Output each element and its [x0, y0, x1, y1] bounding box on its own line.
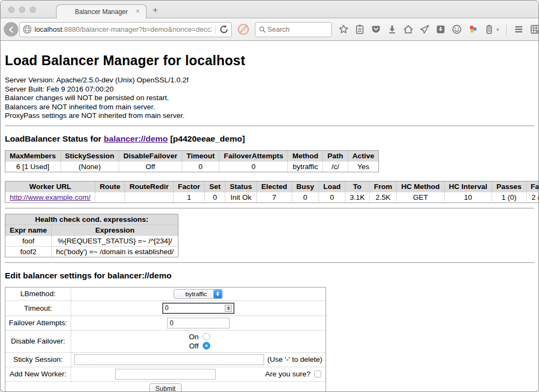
reload-icon[interactable]	[219, 24, 229, 34]
sticky-session-label: Sticky Session:	[5, 352, 71, 367]
sticky-session-row: Sticky Session: (Use '-' to delete)	[5, 352, 326, 367]
sticky-session-input[interactable]	[74, 354, 264, 365]
worker-status-table: Worker URL Route RouteRedir Factor Set S…	[5, 181, 538, 203]
tab-balancer-manager[interactable]: Balancer Manager ×	[56, 4, 147, 19]
reading-list-icon[interactable]	[355, 24, 365, 34]
table-cell: 1 (0)	[492, 192, 526, 202]
multi-account-containers-icon[interactable]	[468, 24, 478, 34]
column-header: Expression	[52, 225, 178, 235]
home-icon[interactable]	[403, 24, 413, 34]
table-cell: 0	[205, 192, 225, 202]
pocket-icon[interactable]	[371, 24, 381, 34]
back-button[interactable]	[4, 22, 18, 37]
block-icon[interactable]	[237, 23, 250, 36]
zoom-window-button[interactable]	[30, 6, 36, 13]
column-header: Load	[319, 181, 345, 192]
extension-download-icon[interactable]	[436, 24, 446, 34]
table-cell: Yes	[348, 161, 379, 172]
timeout-input[interactable]	[162, 303, 234, 314]
column-header: Route	[95, 181, 125, 192]
table-header-row: MaxMembers StickySession DisableFailover…	[5, 150, 379, 161]
url-bar[interactable]: localhost:8880/balancer-manager?b=demo&n…	[19, 22, 232, 37]
browser-window: Balancer Manager × + localhost:8880/bala…	[0, 0, 539, 392]
close-window-button[interactable]	[8, 6, 15, 13]
column-header: Worker URL	[5, 181, 95, 192]
failover-off-radio[interactable]	[203, 342, 210, 349]
navigation-toolbar: localhost:8880/balancer-manager?b=demo&n…	[1, 18, 538, 41]
tab-title: Balancer Manager	[75, 8, 128, 16]
table-cell: Init Ok	[225, 192, 257, 202]
disable-failover-row: Disable Failover: On Off	[5, 330, 326, 352]
are-you-sure-label: Are you sure?	[265, 370, 310, 378]
url-text[interactable]: localhost:8880/balancer-manager?b=demo&n…	[34, 25, 212, 33]
toolbar-divider	[506, 24, 507, 35]
window-controls	[8, 6, 36, 13]
downloads-icon[interactable]	[387, 24, 397, 34]
persist-note-line: Balancer changes will NOT be persisted o…	[5, 94, 534, 103]
table-cell: 1	[174, 192, 205, 202]
toolbar-icons: ▾	[338, 24, 539, 35]
column-header: Status	[225, 181, 257, 192]
search-bar[interactable]	[255, 22, 332, 37]
column-header: HC Interval	[444, 181, 492, 192]
failover-on-radio[interactable]	[203, 333, 210, 340]
inherit-note-line: Balancers are NOT inherited from main se…	[5, 103, 534, 112]
bookmark-star-icon[interactable]	[338, 24, 349, 34]
add-worker-label: Add New Worker:	[5, 367, 71, 381]
new-tab-button[interactable]: +	[153, 5, 158, 16]
status-heading-suffix: [p4420eeae_demo]	[168, 134, 245, 143]
are-you-sure-checkbox[interactable]	[314, 370, 321, 377]
back-arrow-icon	[8, 26, 15, 33]
tab-close-icon[interactable]: ×	[135, 9, 141, 15]
failover-attempts-input[interactable]	[167, 318, 230, 328]
search-icon	[259, 26, 266, 33]
lbmethod-select[interactable]: bytraffic	[174, 289, 223, 299]
balancer-demo-link[interactable]: balancer://demo	[103, 134, 168, 143]
section-divider	[5, 262, 534, 263]
overflow-caret-icon[interactable]: ▾	[496, 27, 499, 32]
column-header: From	[369, 181, 397, 192]
feedback-smiley-icon[interactable]	[452, 24, 462, 34]
add-worker-input[interactable]	[115, 369, 216, 380]
worker-url-link[interactable]: http://www.example.com/	[10, 193, 91, 201]
table-cell: /c/	[323, 161, 348, 172]
lbmethod-row: LBmethod: bytraffic	[5, 287, 326, 300]
disable-failover-label: Disable Failover:	[5, 330, 71, 352]
menu-hamburger-icon[interactable]	[514, 24, 524, 34]
column-header: MaxMembers	[5, 150, 61, 161]
expr-name-cell: foof	[5, 235, 52, 246]
battery-extension-icon[interactable]	[484, 24, 494, 34]
lbmethod-label: LBmethod:	[5, 287, 71, 300]
sticky-session-hint: (Use '-' to delete)	[267, 355, 323, 363]
submit-button[interactable]: Submit	[149, 383, 181, 392]
url-path: :8880/balancer-manager?b=demo&nonce=decc…	[62, 25, 212, 33]
table-header-row: Expr name Expression	[5, 225, 178, 235]
send-to-device-icon[interactable]	[419, 24, 430, 34]
table-cell: 2.5K	[369, 192, 397, 202]
table-cell: bytraffic	[288, 161, 323, 172]
grid-extension-icon[interactable]	[530, 24, 539, 34]
section-divider	[5, 208, 534, 209]
column-header: Expr name	[5, 225, 52, 235]
lbmethod-selected-value: bytraffic	[179, 291, 213, 297]
proxypass-note-line: ProxyPass settings are NOT inherited fro…	[5, 111, 534, 121]
edit-balancer-heading: Edit balancer settings for balancer://de…	[5, 271, 534, 281]
search-input[interactable]	[266, 25, 320, 34]
page-title: Load Balancer Manager for localhost	[5, 53, 534, 68]
minimize-window-button[interactable]	[19, 6, 25, 13]
column-header: Elected	[257, 181, 292, 192]
column-header: To	[345, 181, 369, 192]
expression-cell: hc('body') =~ /domain is established/	[52, 246, 178, 257]
server-built-line: Server Built: Feb 9 2016 07:00:20	[5, 85, 534, 94]
table-cell: 0	[182, 161, 219, 172]
radio-off-label: Off	[187, 342, 199, 350]
worker-url-cell: http://www.example.com/	[5, 192, 95, 202]
url-bar-divider	[215, 25, 216, 34]
number-spinner-icon[interactable]	[225, 305, 232, 312]
failover-attempts-label: Failover Attempts:	[5, 316, 71, 330]
expression-cell: %{REQUEST_STATUS} =~ /^[234]/	[52, 235, 178, 246]
globe-icon	[22, 24, 32, 34]
column-header: Passes	[492, 181, 526, 192]
loadbalancer-status-heading: LoadBalancer Status for balancer://demo …	[5, 134, 534, 144]
table-row: foof %{REQUEST_STATUS} =~ /^[234]/	[5, 235, 178, 246]
